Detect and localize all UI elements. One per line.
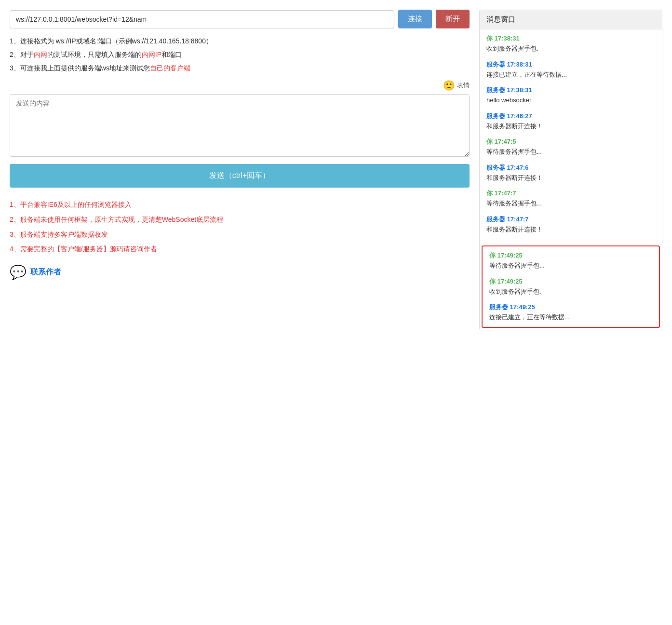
message-content: 和服务器断开连接！ xyxy=(486,173,655,183)
highlighted-messages: 你 17:49:25等待服务器握手包...你 17:49:25收到服务器握手包.… xyxy=(482,245,660,328)
message-textarea[interactable] xyxy=(10,94,470,157)
message-content: 等待服务器握手包... xyxy=(486,199,655,208)
message-sender: 服务器 17:46:27 xyxy=(486,112,655,121)
feature-item-1: 1、平台兼容IE6及以上的任何浏览器接入 xyxy=(10,197,470,212)
feature-item-2: 2、服务端未使用任何框架，原生方式实现，更清楚WebSocket底层流程 xyxy=(10,212,470,227)
message-sender: 服务器 17:47:7 xyxy=(486,215,655,224)
message-sender: 你 17:47:5 xyxy=(486,137,655,146)
url-input[interactable] xyxy=(10,10,394,28)
message-sender: 服务器 17:49:25 xyxy=(489,303,652,312)
info-line3: 3、可连接我上面提供的服务端ws地址来测试您自己的客户端 xyxy=(10,61,470,75)
info-text: 1、连接格式为 ws://IP或域名:端口（示例ws://121.40.165.… xyxy=(10,34,470,75)
message-item: 你 17:38:31收到服务器握手包. xyxy=(486,34,655,54)
message-content: 和服务器断开连接！ xyxy=(486,122,655,131)
message-content: 收到服务器握手包. xyxy=(489,287,652,297)
message-item: 服务器 17:46:27和服务器断开连接！ xyxy=(486,112,655,131)
message-window-header: 消息窗口 xyxy=(480,10,662,29)
feature-list: 1、平台兼容IE6及以上的任何浏览器接入 2、服务端未使用任何框架，原生方式实现… xyxy=(10,197,470,257)
message-sender: 你 17:49:25 xyxy=(489,251,652,260)
message-sender: 你 17:47:7 xyxy=(486,189,655,198)
feature-item-4: 4、需要完整的【客户端/服务器】源码请咨询作者 xyxy=(10,242,470,257)
contact-row: 💬 联系作者 xyxy=(10,264,470,280)
message-item: 服务器 17:38:31连接已建立，正在等待数据... xyxy=(486,60,655,80)
message-content: 等待服务器握手包... xyxy=(489,261,652,271)
info-line1: 1、连接格式为 ws://IP或域名:端口（示例ws://121.40.165.… xyxy=(10,34,470,48)
message-item: 服务器 17:47:7和服务器断开连接！ xyxy=(486,215,655,234)
message-item: 你 17:49:25收到服务器握手包. xyxy=(489,277,652,297)
message-sender: 服务器 17:38:31 xyxy=(486,60,655,69)
message-window: 消息窗口 你 17:38:31收到服务器握手包.服务器 17:38:31连接已建… xyxy=(479,10,662,330)
connect-button[interactable]: 连接 xyxy=(398,10,432,28)
disconnect-button[interactable]: 断开 xyxy=(436,10,470,28)
emoji-row: 🙂 表情 xyxy=(10,80,470,91)
message-content: 连接已建立，正在等待数据... xyxy=(489,312,652,322)
message-item: 服务器 17:38:31hello websocket xyxy=(486,86,655,105)
message-content: 和服务器断开连接！ xyxy=(486,225,655,234)
send-button[interactable]: 发送（ctrl+回车） xyxy=(10,164,470,188)
contact-link[interactable]: 联系作者 xyxy=(30,267,61,277)
own-client-link[interactable]: 自己的客户端 xyxy=(150,64,190,72)
connection-row: 连接 断开 xyxy=(10,10,470,28)
emoji-label: 表情 xyxy=(457,81,470,90)
message-list: 你 17:38:31收到服务器握手包.服务器 17:38:31连接已建立，正在等… xyxy=(480,29,662,245)
message-sender: 你 17:49:25 xyxy=(489,277,652,286)
message-sender: 服务器 17:38:31 xyxy=(486,86,655,95)
message-item: 你 17:47:7等待服务器握手包... xyxy=(486,189,655,208)
feature-item-3: 3、服务端支持多客户端数据收发 xyxy=(10,227,470,242)
message-sender: 服务器 17:47:6 xyxy=(486,163,655,172)
message-item: 你 17:47:5等待服务器握手包... xyxy=(486,137,655,157)
info-line2: 2、对于内网的测试环境，只需填入服务端的内网IP和端口 xyxy=(10,48,470,61)
message-content: 等待服务器握手包... xyxy=(486,147,655,157)
left-panel: 连接 断开 1、连接格式为 ws://IP或域名:端口（示例ws://121.4… xyxy=(10,10,470,330)
message-item: 你 17:49:25等待服务器握手包... xyxy=(489,251,652,271)
message-content: hello websocket xyxy=(486,95,655,105)
message-sender: 你 17:38:31 xyxy=(486,34,655,43)
message-item: 服务器 17:47:6和服务器断开连接！ xyxy=(486,163,655,183)
message-item: 服务器 17:49:25连接已建立，正在等待数据... xyxy=(489,303,652,322)
message-content: 收到服务器握手包. xyxy=(486,44,655,54)
wechat-icon: 💬 xyxy=(10,264,27,280)
emoji-icon[interactable]: 🙂 xyxy=(443,80,455,91)
right-panel: 消息窗口 你 17:38:31收到服务器握手包.服务器 17:38:31连接已建… xyxy=(479,10,662,330)
message-content: 连接已建立，正在等待数据... xyxy=(486,70,655,80)
